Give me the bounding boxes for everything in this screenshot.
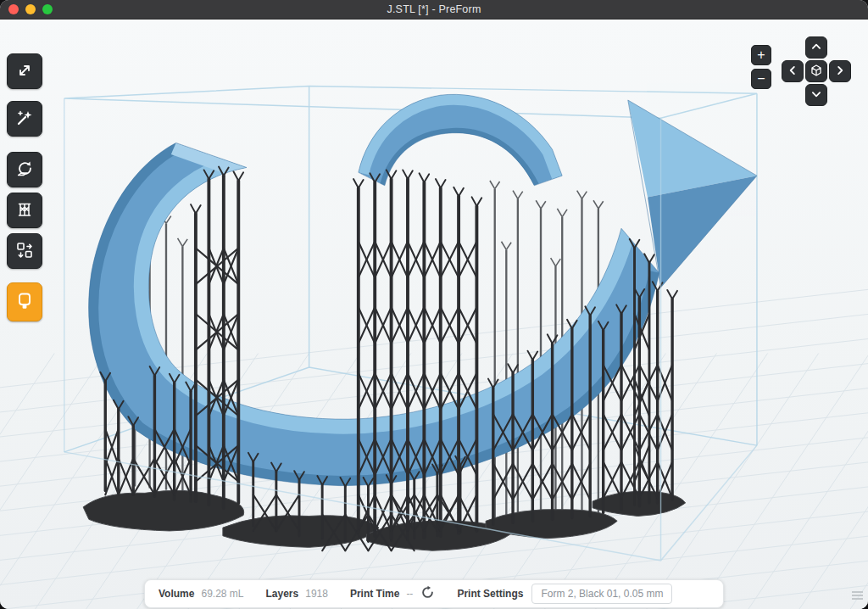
volume-value: 69.28 mL: [201, 588, 243, 600]
chevron-up-icon: [807, 37, 826, 59]
screen: J.STL [*] - PreForm: [0, 0, 868, 609]
cube-orbit-icon: [807, 61, 826, 82]
print-info-bar: Volume 69.28 mL Layers 1918 Print Time -…: [144, 579, 724, 608]
viewport-area: + − Volume 69.28 mL: [0, 20, 868, 609]
print-settings-info: Print Settings Form 2, Black 01, 0.05 mm: [457, 584, 672, 604]
scale-icon: [14, 60, 35, 83]
magic-wand-icon: [14, 108, 35, 131]
volume-label: Volume: [159, 588, 194, 600]
supports-tool-button[interactable]: [7, 193, 42, 228]
refresh-print-time-button[interactable]: [420, 585, 435, 602]
close-button[interactable]: [8, 4, 19, 14]
rotate-icon: [14, 159, 35, 182]
layers-info: Layers 1918: [266, 588, 328, 600]
chevron-down-icon: [807, 85, 826, 106]
layout-icon: [14, 240, 35, 263]
print-time-value: --: [406, 588, 413, 600]
size-tool-button[interactable]: [7, 53, 42, 89]
print-time-label: Print Time: [350, 588, 399, 600]
app-window: J.STL [*] - PreForm: [0, 0, 868, 609]
zoom-in-button[interactable]: +: [751, 45, 771, 65]
chevron-right-icon: [831, 61, 849, 82]
titlebar: J.STL [*] - PreForm: [0, 0, 868, 20]
layers-value: 1918: [305, 588, 328, 600]
print-settings-selector[interactable]: Form 2, Black 01, 0.05 mm: [531, 584, 672, 604]
pan-up-button[interactable]: [805, 36, 827, 59]
zoom-out-button[interactable]: −: [751, 69, 771, 89]
pan-left-button[interactable]: [782, 60, 804, 82]
orbit-view-button[interactable]: [805, 60, 827, 82]
3d-viewport[interactable]: [0, 20, 868, 609]
toolbar: [7, 53, 42, 321]
rotate-tool-button[interactable]: [7, 152, 42, 187]
zoom-controls: + −: [751, 45, 771, 89]
chevron-left-icon: [783, 61, 802, 82]
layers-label: Layers: [266, 588, 299, 600]
zoom-window-button[interactable]: [42, 4, 53, 14]
orient-tool-button[interactable]: [7, 101, 42, 137]
refresh-icon: [420, 585, 435, 602]
pan-controls: [782, 36, 851, 106]
layout-tool-button[interactable]: [7, 233, 42, 269]
window-title: J.STL [*] - PreForm: [387, 3, 481, 15]
traffic-lights: [8, 0, 53, 19]
minimize-button[interactable]: [25, 4, 36, 14]
supports-icon: [14, 199, 35, 222]
print-settings-label: Print Settings: [457, 588, 523, 600]
pan-right-button[interactable]: [829, 60, 851, 82]
cartridge-icon: [14, 291, 35, 314]
resize-grip-icon[interactable]: [852, 591, 863, 600]
volume-info: Volume 69.28 mL: [159, 588, 244, 600]
pan-down-button[interactable]: [805, 84, 827, 106]
print-time-info: Print Time --: [350, 585, 435, 602]
print-button[interactable]: [7, 282, 42, 321]
